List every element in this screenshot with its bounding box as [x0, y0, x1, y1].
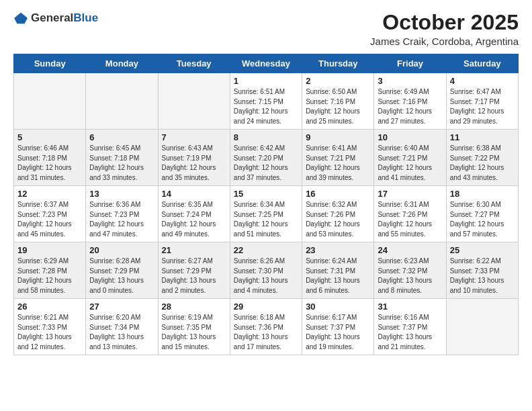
day-info: Sunrise: 6:18 AM Sunset: 7:36 PM Dayligh… — [234, 313, 298, 352]
calendar-cell: 9Sunrise: 6:41 AM Sunset: 7:21 PM Daylig… — [302, 130, 374, 186]
day-info: Sunrise: 6:16 AM Sunset: 7:37 PM Dayligh… — [378, 313, 442, 352]
day-number: 3 — [378, 76, 442, 86]
day-info: Sunrise: 6:23 AM Sunset: 7:32 PM Dayligh… — [378, 257, 442, 295]
day-info: Sunrise: 6:27 AM Sunset: 7:29 PM Dayligh… — [162, 257, 226, 295]
day-info: Sunrise: 6:51 AM Sunset: 7:15 PM Dayligh… — [234, 87, 298, 126]
weekday-header-sunday: Sunday — [14, 54, 86, 73]
weekday-header-tuesday: Tuesday — [158, 54, 230, 73]
calendar-cell: 23Sunrise: 6:24 AM Sunset: 7:31 PM Dayli… — [302, 242, 374, 299]
calendar-cell: 27Sunrise: 6:20 AM Sunset: 7:34 PM Dayli… — [86, 299, 158, 355]
calendar-cell: 21Sunrise: 6:27 AM Sunset: 7:29 PM Dayli… — [158, 242, 230, 299]
day-number: 7 — [162, 132, 226, 142]
calendar-cell: 14Sunrise: 6:35 AM Sunset: 7:24 PM Dayli… — [158, 186, 230, 242]
day-number: 26 — [17, 302, 82, 312]
calendar-row: 5Sunrise: 6:46 AM Sunset: 7:18 PM Daylig… — [14, 130, 519, 186]
calendar-cell: 31Sunrise: 6:16 AM Sunset: 7:37 PM Dayli… — [374, 299, 446, 355]
day-number: 18 — [450, 189, 515, 199]
calendar-cell: 16Sunrise: 6:32 AM Sunset: 7:26 PM Dayli… — [302, 186, 374, 242]
calendar-cell: 2Sunrise: 6:50 AM Sunset: 7:16 PM Daylig… — [302, 73, 374, 130]
calendar-cell: 3Sunrise: 6:49 AM Sunset: 7:16 PM Daylig… — [374, 73, 446, 130]
calendar-cell: 18Sunrise: 6:30 AM Sunset: 7:27 PM Dayli… — [446, 186, 518, 242]
calendar-cell: 20Sunrise: 6:28 AM Sunset: 7:29 PM Dayli… — [86, 242, 158, 299]
calendar-cell — [86, 73, 158, 130]
day-info: Sunrise: 6:40 AM Sunset: 7:21 PM Dayligh… — [378, 144, 442, 183]
day-number: 11 — [450, 132, 515, 142]
day-number: 6 — [89, 132, 154, 142]
day-number: 17 — [378, 189, 442, 199]
day-info: Sunrise: 6:24 AM Sunset: 7:31 PM Dayligh… — [306, 257, 370, 295]
day-number: 9 — [306, 132, 370, 142]
calendar-cell: 10Sunrise: 6:40 AM Sunset: 7:21 PM Dayli… — [374, 130, 446, 186]
day-info: Sunrise: 6:47 AM Sunset: 7:17 PM Dayligh… — [450, 87, 515, 126]
calendar-cell — [446, 299, 518, 355]
day-number: 16 — [306, 189, 370, 199]
day-info: Sunrise: 6:21 AM Sunset: 7:33 PM Dayligh… — [17, 313, 82, 352]
calendar-row: 12Sunrise: 6:37 AM Sunset: 7:23 PM Dayli… — [14, 186, 519, 242]
logo-icon — [13, 11, 28, 26]
day-number: 20 — [89, 245, 154, 255]
day-info: Sunrise: 6:38 AM Sunset: 7:22 PM Dayligh… — [450, 144, 515, 183]
day-info: Sunrise: 6:19 AM Sunset: 7:35 PM Dayligh… — [162, 313, 226, 352]
day-info: Sunrise: 6:41 AM Sunset: 7:21 PM Dayligh… — [306, 144, 370, 183]
day-info: Sunrise: 6:34 AM Sunset: 7:25 PM Dayligh… — [234, 200, 298, 239]
calendar-cell: 7Sunrise: 6:43 AM Sunset: 7:19 PM Daylig… — [158, 130, 230, 186]
day-info: Sunrise: 6:36 AM Sunset: 7:23 PM Dayligh… — [89, 200, 154, 239]
day-number: 12 — [17, 189, 82, 199]
calendar-cell: 4Sunrise: 6:47 AM Sunset: 7:17 PM Daylig… — [446, 73, 518, 130]
day-info: Sunrise: 6:37 AM Sunset: 7:23 PM Dayligh… — [17, 200, 82, 239]
calendar-cell: 17Sunrise: 6:31 AM Sunset: 7:26 PM Dayli… — [374, 186, 446, 242]
title-block: October 2025 James Craik, Cordoba, Argen… — [370, 11, 519, 47]
day-number: 25 — [450, 245, 515, 255]
calendar-row: 19Sunrise: 6:29 AM Sunset: 7:28 PM Dayli… — [14, 242, 519, 299]
day-number: 21 — [162, 245, 226, 255]
day-number: 22 — [234, 245, 298, 255]
weekday-header-friday: Friday — [374, 54, 446, 73]
logo: GeneralBlue — [13, 11, 98, 26]
day-number: 15 — [234, 189, 298, 199]
day-info: Sunrise: 6:50 AM Sunset: 7:16 PM Dayligh… — [306, 87, 370, 126]
calendar-cell: 1Sunrise: 6:51 AM Sunset: 7:15 PM Daylig… — [230, 73, 302, 130]
day-info: Sunrise: 6:32 AM Sunset: 7:26 PM Dayligh… — [306, 200, 370, 239]
day-number: 2 — [306, 76, 370, 86]
calendar-cell: 25Sunrise: 6:22 AM Sunset: 7:33 PM Dayli… — [446, 242, 518, 299]
calendar-cell: 8Sunrise: 6:42 AM Sunset: 7:20 PM Daylig… — [230, 130, 302, 186]
day-number: 10 — [378, 132, 442, 142]
day-number: 13 — [89, 189, 154, 199]
day-number: 30 — [306, 302, 370, 312]
calendar-cell: 5Sunrise: 6:46 AM Sunset: 7:18 PM Daylig… — [14, 130, 86, 186]
calendar-cell: 24Sunrise: 6:23 AM Sunset: 7:32 PM Dayli… — [374, 242, 446, 299]
calendar-row: 1Sunrise: 6:51 AM Sunset: 7:15 PM Daylig… — [14, 73, 519, 130]
day-info: Sunrise: 6:35 AM Sunset: 7:24 PM Dayligh… — [162, 200, 226, 239]
calendar-cell: 26Sunrise: 6:21 AM Sunset: 7:33 PM Dayli… — [14, 299, 86, 355]
weekday-header-monday: Monday — [86, 54, 158, 73]
calendar-page: GeneralBlue October 2025 James Craik, Co… — [0, 0, 532, 411]
day-info: Sunrise: 6:20 AM Sunset: 7:34 PM Dayligh… — [89, 313, 154, 352]
header: GeneralBlue October 2025 James Craik, Co… — [13, 11, 519, 47]
svg-marker-0 — [14, 13, 28, 24]
day-number: 8 — [234, 132, 298, 142]
day-number: 14 — [162, 189, 226, 199]
day-info: Sunrise: 6:28 AM Sunset: 7:29 PM Dayligh… — [89, 257, 154, 295]
day-info: Sunrise: 6:46 AM Sunset: 7:18 PM Dayligh… — [17, 144, 82, 183]
calendar-cell — [14, 73, 86, 130]
day-number: 4 — [450, 76, 515, 86]
day-info: Sunrise: 6:17 AM Sunset: 7:37 PM Dayligh… — [306, 313, 370, 352]
calendar-cell: 15Sunrise: 6:34 AM Sunset: 7:25 PM Dayli… — [230, 186, 302, 242]
calendar-cell: 30Sunrise: 6:17 AM Sunset: 7:37 PM Dayli… — [302, 299, 374, 355]
day-number: 5 — [17, 132, 82, 142]
weekday-header-wednesday: Wednesday — [230, 54, 302, 73]
day-number: 23 — [306, 245, 370, 255]
weekday-header-row: SundayMondayTuesdayWednesdayThursdayFrid… — [14, 54, 519, 73]
calendar-cell: 19Sunrise: 6:29 AM Sunset: 7:28 PM Dayli… — [14, 242, 86, 299]
location-subtitle: James Craik, Cordoba, Argentina — [370, 36, 519, 47]
calendar-cell: 6Sunrise: 6:45 AM Sunset: 7:18 PM Daylig… — [86, 130, 158, 186]
day-number: 27 — [89, 302, 154, 312]
calendar-cell: 11Sunrise: 6:38 AM Sunset: 7:22 PM Dayli… — [446, 130, 518, 186]
day-number: 19 — [17, 245, 82, 255]
day-info: Sunrise: 6:29 AM Sunset: 7:28 PM Dayligh… — [17, 257, 82, 295]
day-info: Sunrise: 6:43 AM Sunset: 7:19 PM Dayligh… — [162, 144, 226, 183]
day-info: Sunrise: 6:49 AM Sunset: 7:16 PM Dayligh… — [378, 87, 442, 126]
day-number: 1 — [234, 76, 298, 86]
day-info: Sunrise: 6:45 AM Sunset: 7:18 PM Dayligh… — [89, 144, 154, 183]
calendar-cell: 22Sunrise: 6:26 AM Sunset: 7:30 PM Dayli… — [230, 242, 302, 299]
